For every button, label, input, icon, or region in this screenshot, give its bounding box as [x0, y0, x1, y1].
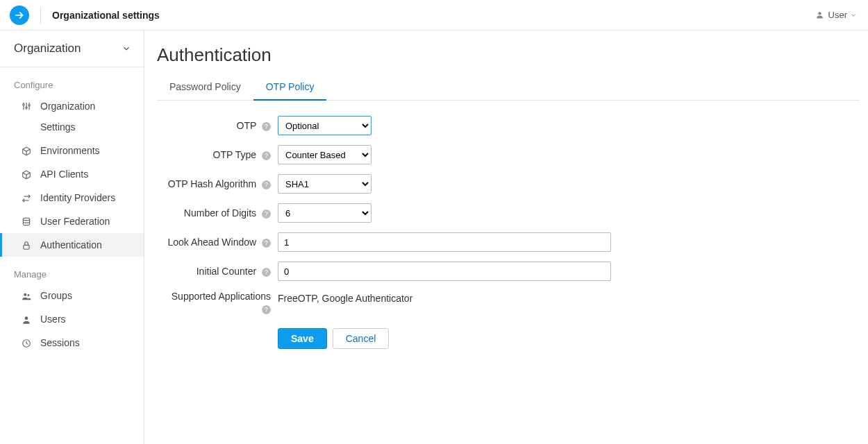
help-icon[interactable]: ?	[262, 122, 271, 131]
label-digits: Number of Digits ?	[157, 207, 278, 219]
main-content: Authentication Password Policy OTP Polic…	[144, 31, 868, 444]
tab-password-policy[interactable]: Password Policy	[157, 74, 253, 101]
help-icon[interactable]: ?	[262, 210, 271, 219]
sidebar-org-label: Organization	[14, 42, 81, 56]
help-icon[interactable]: ?	[262, 268, 271, 277]
svg-point-5	[23, 104, 24, 105]
lock-icon	[21, 240, 32, 250]
tabs: Password Policy OTP Policy	[157, 74, 860, 101]
chevron-down-icon	[850, 12, 857, 19]
otp-policy-form: OTP ? Optional OTP Type ? Counter Based	[157, 116, 860, 349]
sidebar-item-label: Identity Providers	[40, 192, 115, 203]
svg-point-12	[23, 218, 29, 221]
sidebar-item-label: User Federation	[40, 216, 110, 227]
label-otp: OTP ?	[157, 120, 278, 131]
header-title: Organizational settings	[52, 10, 160, 21]
sidebar-section-configure: Configure	[0, 67, 144, 94]
clock-icon	[21, 338, 32, 348]
sidebar-item-groups[interactable]: Groups	[0, 284, 144, 307]
cube-icon	[21, 146, 32, 156]
sidebar-item-label: Environments	[40, 145, 100, 156]
sidebar: Organization Configure Organization Sett…	[0, 31, 144, 444]
header-left: Organizational settings	[10, 6, 160, 25]
label-initial-counter: Initial Counter ?	[157, 266, 278, 277]
help-icon[interactable]: ?	[262, 239, 271, 248]
sidebar-section-manage: Manage	[0, 257, 144, 284]
help-icon[interactable]: ?	[262, 305, 271, 314]
sidebar-item-label: API Clients	[40, 169, 88, 180]
sidebar-org-toggle[interactable]: Organization	[0, 31, 144, 67]
user-label: User	[828, 10, 847, 20]
sidebar-item-sessions[interactable]: Sessions	[0, 331, 144, 355]
cube-icon	[21, 169, 32, 180]
help-icon[interactable]: ?	[262, 180, 271, 189]
sidebar-item-label: Users	[40, 314, 66, 325]
input-look-ahead[interactable]	[278, 232, 611, 252]
sidebar-item-environments[interactable]: Environments	[0, 139, 144, 162]
svg-point-15	[27, 294, 29, 296]
svg-point-6	[26, 107, 27, 108]
user-icon	[815, 10, 824, 19]
user-icon	[21, 314, 32, 325]
label-look-ahead: Look Ahead Window ?	[157, 237, 278, 248]
svg-point-7	[28, 105, 30, 106]
sidebar-item-label: Sessions	[40, 337, 80, 348]
sidebar-item-label: Groups	[40, 290, 72, 301]
sidebar-item-identity-providers[interactable]: Identity Providers	[0, 186, 144, 210]
sidebar-item-label: Organization	[40, 101, 95, 112]
svg-point-1	[818, 12, 821, 15]
chevron-down-icon	[122, 44, 131, 53]
user-menu[interactable]: User	[815, 10, 857, 20]
svg-point-14	[24, 293, 26, 296]
sidebar-item-user-federation[interactable]: User Federation	[0, 210, 144, 233]
page-title: Authentication	[157, 44, 860, 66]
users-icon	[21, 291, 32, 301]
sidebar-item-users[interactable]: Users	[0, 307, 144, 331]
sidebar-item-label: Authentication	[40, 239, 102, 250]
supported-apps-value: FreeOTP, Google Authenticator	[278, 291, 412, 304]
exchange-icon	[21, 193, 32, 203]
svg-point-16	[25, 316, 28, 320]
select-otp-hash[interactable]: SHA1	[278, 174, 372, 194]
select-digits[interactable]: 6	[278, 203, 372, 223]
top-header: Organizational settings User	[0, 0, 868, 31]
sidebar-item-organization-settings[interactable]: Organization Settings	[0, 94, 144, 139]
save-button[interactable]: Save	[278, 328, 327, 349]
label-otp-hash: OTP Hash Algorithm ?	[157, 178, 278, 189]
sidebar-item-label: Settings	[40, 121, 95, 133]
input-initial-counter[interactable]	[278, 262, 611, 281]
cancel-button[interactable]: Cancel	[333, 328, 390, 349]
sidebar-item-api-clients[interactable]: API Clients	[0, 162, 144, 186]
label-supported-apps: Supported Applications ?	[157, 291, 278, 314]
help-icon[interactable]: ?	[262, 151, 271, 160]
select-otp-type[interactable]: Counter Based	[278, 145, 372, 164]
app-logo-icon[interactable]	[10, 6, 29, 25]
label-otp-type: OTP Type ?	[157, 149, 278, 160]
database-icon	[21, 216, 32, 227]
sidebar-item-authentication[interactable]: Authentication	[0, 233, 144, 257]
tab-otp-policy[interactable]: OTP Policy	[253, 74, 327, 101]
svg-rect-13	[24, 245, 29, 249]
header-divider	[40, 7, 41, 24]
sliders-icon	[21, 101, 32, 111]
button-row: Save Cancel	[278, 328, 389, 349]
select-otp[interactable]: Optional	[278, 116, 372, 135]
